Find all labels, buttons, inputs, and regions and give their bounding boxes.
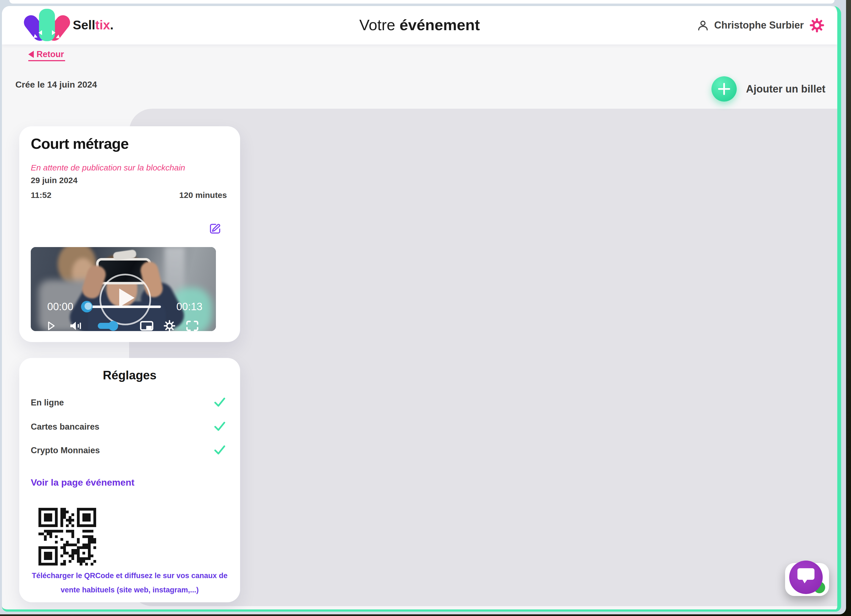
person-icon[interactable] — [697, 19, 709, 31]
back-link[interactable]: Retour — [28, 49, 65, 61]
gear-icon[interactable] — [164, 320, 175, 331]
volume-icon[interactable] — [69, 320, 83, 331]
logo-notch — [38, 30, 42, 35]
volume-slider[interactable] — [98, 323, 113, 329]
checkmark-icon — [214, 397, 226, 409]
player-time-row: 00:00 00:13 — [31, 301, 216, 313]
browser-chrome-edge — [9, 0, 834, 4]
fullscreen-icon[interactable] — [185, 320, 199, 331]
event-date: 29 juin 2024 — [31, 176, 77, 185]
pencil-square-icon[interactable] — [209, 222, 221, 234]
logo-dot: . — [110, 18, 114, 32]
settings-title: Réglages — [19, 369, 240, 382]
add-ticket-label: Ajouter un billet — [746, 83, 825, 95]
download-qr-link[interactable]: vente habituels (site web, instagram,...… — [25, 586, 235, 594]
pip-icon[interactable] — [140, 320, 154, 331]
play-icon[interactable] — [47, 321, 56, 331]
total-time: 00:13 — [174, 301, 203, 313]
gear-icon[interactable] — [809, 18, 825, 33]
logo-sell: Sell — [73, 18, 95, 32]
checkmark-icon — [214, 444, 226, 457]
add-ticket-button[interactable]: Ajouter un billet — [711, 76, 825, 102]
app-header: Selltix. Votre événement Christophe Surb… — [2, 6, 837, 45]
chat-bubble-icon — [797, 568, 815, 580]
event-time: 11:52 — [31, 190, 51, 200]
user-area: Christophe Surbier — [697, 18, 825, 33]
seek-bar[interactable] — [84, 306, 161, 308]
settings-row: Crypto Monnaies — [31, 444, 226, 457]
logo-tix: tix — [95, 18, 110, 32]
settings-card: Réglages En ligne Cartes bancaires Crypt… — [19, 358, 240, 602]
event-title: Court métrage — [31, 135, 129, 152]
chat-widget[interactable] — [785, 563, 829, 596]
event-card: Court métrage En attente de publication … — [19, 126, 240, 342]
current-time: 00:00 — [47, 301, 76, 313]
view-event-page-link[interactable]: Voir la page événement — [31, 477, 134, 488]
settings-row: Cartes bancaires — [31, 421, 226, 433]
settings-row-label: Cartes bancaires — [31, 422, 99, 432]
user-name[interactable]: Christophe Surbier — [714, 19, 804, 31]
logo-ticket-mint — [39, 9, 55, 41]
settings-row-label: En ligne — [31, 398, 64, 408]
player-controls — [31, 318, 216, 331]
settings-row: En ligne — [31, 396, 226, 409]
left-triangle-icon — [28, 51, 34, 58]
back-label: Retour — [36, 49, 64, 59]
logo-wordmark[interactable]: Selltix. — [73, 18, 113, 32]
video-player[interactable]: 00:00 00:13 — [31, 247, 216, 331]
selltix-logo-icon[interactable] — [26, 8, 68, 42]
seek-knob[interactable] — [81, 301, 93, 312]
created-date-label: Crée le 14 juin 2024 — [15, 79, 97, 90]
logo-notch — [52, 30, 56, 35]
qr-code — [38, 508, 96, 565]
download-qr-link[interactable]: Télécharger le QRCode et diffusez le sur… — [25, 571, 235, 580]
checkmark-icon — [214, 421, 226, 433]
page-title: Votre événement — [359, 16, 480, 34]
volume-knob[interactable] — [108, 321, 118, 331]
app-page: Selltix. Votre événement Christophe Surb… — [2, 6, 841, 612]
event-duration: 120 minutes — [179, 190, 227, 200]
settings-row-label: Crypto Monnaies — [31, 445, 100, 456]
chat-button[interactable] — [789, 561, 823, 594]
plus-icon[interactable] — [711, 76, 737, 102]
event-status: En attente de publication sur la blockch… — [31, 163, 185, 172]
